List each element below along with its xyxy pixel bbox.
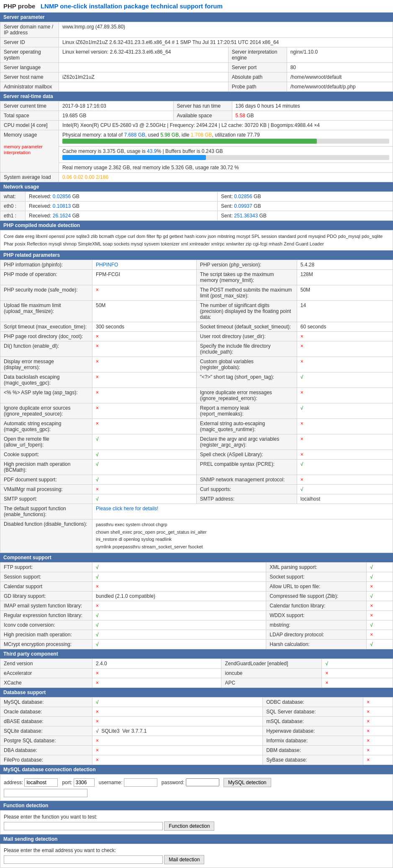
third-party-header: Third party component bbox=[0, 649, 393, 659]
phpinfo-value: PHPINFO bbox=[92, 260, 197, 270]
zend-version-value: 2.4.0 bbox=[92, 659, 221, 668]
gd-library-label: GD library support: bbox=[0, 591, 92, 601]
table-row: The default support function (enable_fun… bbox=[0, 504, 393, 519]
dbase-value: × bbox=[92, 716, 263, 726]
server-realtime-section: Server real-time data Server current tim… bbox=[0, 92, 393, 182]
mysql-username-input[interactable] bbox=[124, 778, 157, 787]
server-os-label: Server operating system bbox=[0, 47, 59, 63]
ioncube-label: ioncube bbox=[221, 668, 322, 678]
magic-quotes-gpc-value: × bbox=[92, 419, 197, 434]
mysql-password-input[interactable] bbox=[186, 778, 219, 786]
table-row: Iconv code conversion: √ mbstring: √ bbox=[0, 620, 393, 630]
table-row: PHP security mode (safe_mode): × The POS… bbox=[0, 285, 393, 301]
table-row: Upload file maximum limit (upload_max_fi… bbox=[0, 301, 393, 322]
function-detection-input[interactable] bbox=[4, 822, 163, 830]
memory-label: Memory usagememory parameter interpretat… bbox=[0, 130, 59, 173]
function-detection-header: Function detection bbox=[0, 801, 393, 810]
server-domain-label: Server domain name / IP address bbox=[0, 22, 59, 38]
memory-limit-value: 128M bbox=[297, 270, 393, 285]
report-memleaks-value: √ bbox=[297, 403, 393, 419]
table-row: Data backslash escaping (magic_quotes_gp… bbox=[0, 372, 393, 388]
total-space-value: 19.685 GB bbox=[59, 111, 174, 121]
cookie-support-value: √ bbox=[92, 450, 197, 460]
mail-detection-header: Mail sending detection bbox=[0, 834, 393, 844]
table-row: System average load 0.06 0.02 0.00 2/186 bbox=[0, 173, 393, 182]
table-row: DI() function (enable_dl): × Specify the… bbox=[0, 341, 393, 357]
memory-physical-row: Physical memory: a total of 7.688 GB, us… bbox=[59, 130, 393, 147]
mysql-extra-input[interactable] bbox=[4, 789, 87, 797]
report-memleaks-label: Report a memory leak (report_memleaks): bbox=[196, 403, 297, 419]
table-row: Total space 19.685 GB Available space 5.… bbox=[0, 111, 393, 121]
current-time-value: 2017-9-18 17:16:03 bbox=[59, 101, 174, 111]
mysql-port-input[interactable] bbox=[74, 778, 95, 787]
upload-max-label: Upload file maximum limit (upload_max_fi… bbox=[0, 301, 92, 322]
snmp-value: × bbox=[297, 475, 393, 485]
filepro-label: FilePro database: bbox=[0, 755, 92, 765]
server-realtime-table: Server current time 2017-9-18 17:16:03 S… bbox=[0, 101, 393, 182]
table-row: Display error message (display_errors): … bbox=[0, 357, 393, 372]
php-version-value: 5.4.28 bbox=[297, 260, 393, 270]
table-row: what: Received: 0.02856 GB Sent: 0.02856… bbox=[0, 192, 393, 202]
apc-value: × bbox=[322, 678, 393, 687]
server-admin-label: Administrator mailbox bbox=[0, 82, 59, 92]
php-parameters-header: PHP related parameters bbox=[0, 251, 393, 260]
enable-functions-label: The default support function (enable_fun… bbox=[0, 504, 92, 519]
gd-library-value: bundled (2.1.0 compatible) bbox=[92, 591, 266, 601]
dbm-label: DBM database: bbox=[263, 745, 363, 755]
aspell-label: Spell check (ASpell Library): bbox=[196, 450, 297, 460]
forum-link[interactable]: LNMP one-click installation package tech… bbox=[41, 3, 223, 10]
hyperwave-value: × bbox=[363, 726, 393, 736]
dba-value: × bbox=[92, 745, 263, 755]
ignore-repeated-errors-label: Ignore duplicate error messages (ignore_… bbox=[196, 388, 297, 403]
network-eth1-sent: Sent: 251.36343 GB bbox=[217, 211, 393, 221]
smtp-address-value: localhost bbox=[297, 494, 393, 504]
high-precision-label: High precision math operation: bbox=[0, 630, 92, 639]
load-label: System average load bbox=[0, 173, 59, 182]
phpinfo-link[interactable]: PHPINFO bbox=[96, 262, 118, 268]
exec-time-label: Script timeout (max_execution_time): bbox=[0, 322, 92, 332]
msql-label: mSQL database: bbox=[263, 716, 363, 726]
function-detection-section: Function detection Please enter the func… bbox=[0, 801, 393, 834]
ftp-support-value: √ bbox=[92, 562, 266, 572]
network-eth1-label: eth1 : bbox=[0, 211, 26, 221]
table-row: dBASE database: × mSQL database: × bbox=[0, 716, 393, 726]
component-support-header: Component support bbox=[0, 553, 393, 562]
network-eth1-recv: Received: 26.1624 GB bbox=[26, 211, 218, 221]
table-row: Oracle database: × SQL Server database: … bbox=[0, 707, 393, 716]
server-engine-value: nginx/1.10.0 bbox=[287, 47, 393, 63]
available-space-label: Available space bbox=[173, 111, 232, 121]
mail-detection-button[interactable]: Mail detection bbox=[164, 855, 204, 864]
mail-detection-desc: Please enter the email address you want … bbox=[4, 847, 389, 853]
magic-quotes-label: Data backslash escaping (magic_quotes_gp… bbox=[0, 372, 92, 388]
sqlite-value: √ SQLite3 Ver 3.7.7.1 bbox=[92, 726, 263, 736]
table-row: Regular expression function library: √ W… bbox=[0, 610, 393, 620]
mysql-detection-button[interactable]: MySQL detection bbox=[223, 778, 271, 787]
server-engine-label: Server interpretation engine bbox=[228, 47, 287, 63]
current-time-label: Server current time bbox=[0, 101, 59, 111]
table-row: Administrator mailbox Probe path /home/w… bbox=[0, 82, 393, 92]
mcrypt-value: √ bbox=[92, 639, 266, 649]
mail-detection-input[interactable] bbox=[4, 855, 163, 864]
pcre-value: √ bbox=[297, 460, 393, 475]
php-mode-label: PHP mode of operation: bbox=[0, 270, 92, 285]
mysql-password-label: password: bbox=[162, 780, 185, 785]
regex-value: √ bbox=[92, 610, 266, 620]
table-row: Script timeout (max_execution_time): 300… bbox=[0, 322, 393, 332]
wddx-label: WDDX support: bbox=[266, 610, 367, 620]
filepro-value: × bbox=[92, 755, 263, 765]
eaccelerator-value: × bbox=[92, 668, 221, 678]
php-modules-header: PHP compiled module detection bbox=[0, 221, 393, 230]
mbstring-value: √ bbox=[367, 620, 393, 630]
zend-version-label: Zend version bbox=[0, 659, 92, 668]
table-row: eAccelerator × ioncube × bbox=[0, 668, 393, 678]
enable-functions-link[interactable]: Please click here for details! bbox=[96, 506, 158, 512]
third-party-section: Third party component Zend version 2.4.0… bbox=[0, 649, 393, 688]
ftp-support-label: FTP support: bbox=[0, 562, 92, 572]
mysql-address-input[interactable] bbox=[24, 778, 58, 787]
post-max-value: 50M bbox=[297, 285, 393, 301]
network-section: Network usage what: Received: 0.02856 GB… bbox=[0, 182, 393, 221]
magic-quotes-value: × bbox=[92, 372, 197, 388]
table-row: MCrypt encryption processing: √ Harsh ca… bbox=[0, 639, 393, 649]
mysql-detection-section: MySQL database connection detection addr… bbox=[0, 765, 393, 801]
function-detection-button[interactable]: Function detection bbox=[164, 822, 214, 831]
